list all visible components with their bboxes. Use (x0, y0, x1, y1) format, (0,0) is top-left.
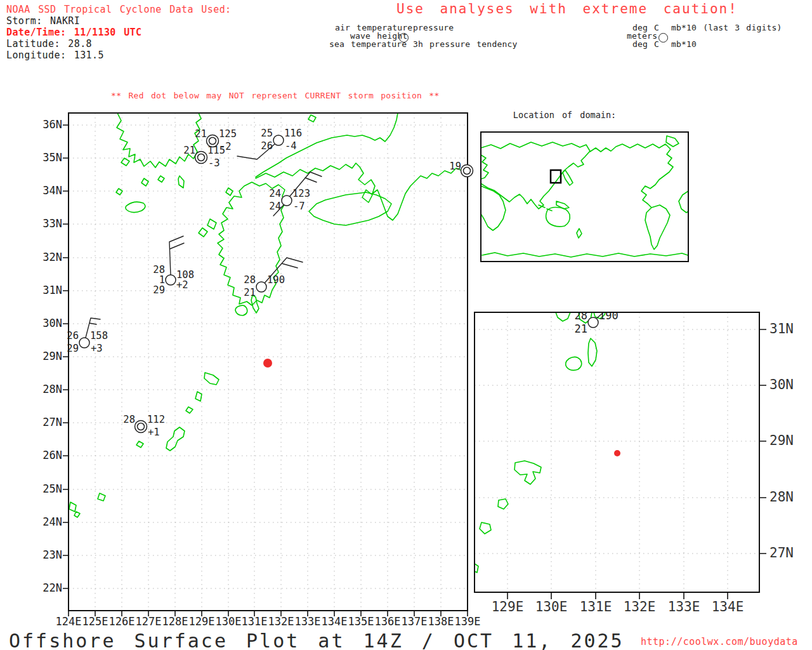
coastline-yakushima (235, 305, 247, 315)
lon-tick-label: 133E (295, 615, 321, 628)
lon-tick-label: 138E (428, 615, 454, 628)
zoom-inset-grid-horizontal (475, 329, 759, 554)
lat-tick-label: 23N (43, 548, 62, 561)
station-air-temp: 24 (269, 188, 281, 199)
lat-tick-label: 31N (769, 321, 794, 336)
world-location-inset: Location of domain: (481, 110, 688, 262)
coastline-yakushima (566, 357, 582, 370)
lon-tick-label: 124E (56, 615, 82, 628)
coastline-eurasia (481, 142, 590, 209)
coastline-north-america (590, 144, 673, 208)
coastline-africa-west (679, 191, 688, 213)
lon-tick-label: 130E (535, 599, 568, 614)
coastline-korea-islet (141, 178, 148, 186)
lat-tick-label: 25N (43, 482, 62, 495)
main-map-lat-labels: 36N 35N 34N 33N 32N 31N 30N 29N 28N 27N … (43, 118, 62, 594)
coastline-japan (563, 170, 573, 185)
station-pressure: 115 (207, 145, 225, 156)
coastline-antarctica (482, 253, 688, 257)
main-map-coastlines (69, 113, 469, 517)
coastline-awaji (362, 190, 372, 202)
lon-tick-label: 131E (580, 599, 612, 614)
coastline-ryukyu-island (136, 441, 143, 448)
offshore-surface-plot: NOAA SSD Tropical Cyclone Data Used: Sto… (0, 0, 812, 650)
lon-tick-label: 131E (242, 615, 268, 628)
station-plot: 21 115 -3 (183, 145, 225, 169)
station-circle-inner (464, 168, 471, 175)
lon-tick-label: 136E (375, 615, 401, 628)
station-circle (588, 317, 598, 328)
coastline-tokunoshima (498, 499, 508, 509)
lat-tick-label: 36N (43, 118, 62, 131)
lat-tick-label: 28N (43, 383, 62, 395)
coastline-okinoerabu (480, 522, 491, 534)
coastline-honshu-south (256, 163, 469, 220)
lon-tick-label: 132E (624, 599, 656, 614)
storm-position-dot (263, 359, 272, 368)
coastline-okinawa (166, 427, 185, 451)
station-pressure: 158 (90, 330, 108, 342)
station-air-temp: 21 (183, 145, 195, 156)
lon-tick-label: 134E (322, 615, 348, 628)
station-sea-temp: 21 (575, 322, 587, 335)
coastline-south-america (645, 205, 670, 249)
lon-tick-label: 125E (82, 615, 108, 628)
coastline-ryukyu-island (74, 512, 80, 517)
lat-tick-label: 29N (43, 350, 62, 362)
zoom-inset-lat-ticks (759, 329, 766, 554)
coastline-new-zealand (577, 229, 582, 238)
plot-graphics: 21 125 -2 21 115 -3 25 116 26 -4 (0, 0, 812, 650)
zoom-inset-coastlines (475, 312, 605, 573)
station-circle (273, 135, 284, 145)
station-circle-inner (138, 423, 145, 430)
lat-tick-label: 26N (43, 449, 62, 461)
coastline-oki (308, 115, 316, 122)
lon-tick-label: 130E (216, 615, 242, 628)
station-circle (256, 282, 266, 292)
lat-tick-label: 33N (43, 217, 62, 230)
station-plot: 24 123 24 -7 (269, 172, 322, 216)
station-plot: 28 112 +1 (123, 414, 165, 438)
lon-tick-label: 135E (348, 615, 374, 628)
station-pressure: 190 (267, 274, 285, 286)
lat-tick-label: 27N (43, 416, 62, 428)
lat-tick-label: 32N (43, 251, 62, 263)
station-circle-inner (209, 138, 216, 145)
lat-tick-label: 31N (43, 284, 62, 296)
world-inset-frame (481, 132, 688, 262)
coastline-korea (117, 113, 201, 168)
lon-tick-label: 129E (189, 615, 215, 628)
station-plot: 28 190 21 (575, 306, 619, 335)
main-map-lat-ticks (63, 125, 69, 588)
lat-tick-label: 35N (43, 151, 62, 164)
lat-tick-label: 30N (769, 377, 794, 392)
station-air-temp: 28 (244, 274, 256, 286)
lat-tick-label: 27N (769, 545, 794, 560)
source-url: http://coolwx.com/buoydata (641, 636, 798, 647)
lat-tick-label: 24N (43, 515, 62, 528)
station-sea-temp: 29 (153, 284, 165, 296)
station-tendency: +1 (148, 427, 160, 438)
world-inset-title: Location of domain: (513, 110, 616, 120)
coastline-africa (481, 186, 506, 230)
coastline-ryukyu-island (69, 502, 76, 512)
lon-tick-label: 133E (668, 599, 700, 614)
main-map-lon-labels: 124E 125E 126E 127E 128E 129E 130E 131E … (56, 615, 481, 628)
station-tendency: +3 (91, 343, 103, 354)
station-air-temp: 28 (123, 414, 135, 425)
station-tendency: -3 (208, 157, 220, 169)
main-map-grid-horizontal (69, 125, 468, 588)
station-sea-temp: 24 (269, 201, 281, 212)
zoom-inset-lat-labels: 31N 30N 29N 28N 27N (769, 321, 794, 560)
station-tendency: -4 (285, 140, 297, 152)
station-plot: 28 1 29 108 +2 (153, 236, 194, 296)
station-air-temp: 21 (195, 128, 207, 140)
coastline-korea-islet (121, 158, 129, 166)
station-circle (282, 196, 292, 206)
station-pressure: 116 (284, 128, 302, 139)
station-tendency: +2 (176, 279, 188, 291)
coastline-amami (204, 373, 219, 385)
coastline-tsushima (178, 176, 184, 188)
lat-tick-label: 34N (43, 184, 62, 197)
plot-title: Offshore Surface Plot at 14Z / OCT 11, 2… (9, 630, 624, 650)
